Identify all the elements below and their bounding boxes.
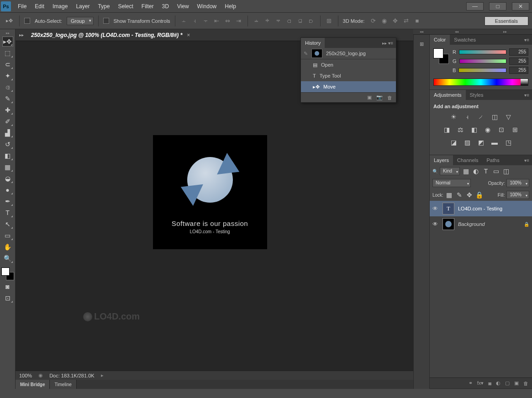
lock-transparency-icon[interactable]: ▦ <box>445 191 453 199</box>
gradient-tool[interactable]: ▦ <box>2 162 13 172</box>
link-layers-icon[interactable]: ⚭ <box>469 380 473 386</box>
exposure-icon[interactable]: ◫ <box>490 113 499 121</box>
toolbar-collapse-icon[interactable]: ▸▸ <box>6 31 10 35</box>
minimize-button[interactable]: — <box>466 2 484 10</box>
align-left-icon[interactable]: ⇤ <box>213 17 221 25</box>
new-layer-icon[interactable]: ▣ <box>514 380 519 386</box>
filter-pixel-icon[interactable]: ▦ <box>462 167 470 175</box>
adjustment-layer-icon[interactable]: ◐ <box>496 380 500 386</box>
clone-stamp-tool[interactable]: ▟ <box>2 128 13 138</box>
zoom-tool[interactable]: 🔍 <box>2 253 13 263</box>
type-tool[interactable]: T <box>2 208 13 218</box>
tab-paths[interactable]: Paths <box>483 155 504 165</box>
tab-timeline[interactable]: Timeline <box>50 380 76 389</box>
menu-select[interactable]: Select <box>114 0 137 13</box>
menu-edit[interactable]: Edit <box>31 0 48 13</box>
move-tool-icon[interactable]: ▸✥ <box>4 16 15 26</box>
3d-orbit-icon[interactable]: ⟳ <box>369 17 377 25</box>
panel-color-swatches[interactable] <box>433 48 449 64</box>
panel-fg-color-icon[interactable] <box>433 48 443 58</box>
g-slider[interactable] <box>459 59 506 63</box>
align-hcenter-icon[interactable]: ⇔ <box>224 17 232 25</box>
visibility-icon[interactable]: 👁 <box>432 221 439 227</box>
color-balance-icon[interactable]: ⚖ <box>456 126 464 134</box>
status-menu-icon[interactable]: ▸ <box>101 372 104 378</box>
tab-mini-bridge[interactable]: Mini Bridge <box>16 380 50 389</box>
gradient-map-icon[interactable]: ▬ <box>490 138 499 147</box>
panels-collapse-icon[interactable]: ◂◂ ▸▸ <box>430 29 532 35</box>
3d-pan-icon[interactable]: ✥ <box>391 17 399 25</box>
menu-file[interactable]: File <box>14 0 31 13</box>
tab-swatches[interactable]: Swatches <box>450 35 480 45</box>
auto-select-checkbox[interactable] <box>24 18 30 24</box>
color-spectrum[interactable] <box>433 79 528 86</box>
dist-top-icon[interactable]: ⫨ <box>253 17 261 25</box>
layer-filter-kind[interactable]: Kind <box>440 167 460 175</box>
auto-align-icon[interactable]: ⊞ <box>325 17 333 25</box>
path-selection-tool[interactable]: ↖ <box>2 219 13 229</box>
layer-thumbnail-icon[interactable] <box>442 218 454 230</box>
screen-mode-tool[interactable]: ⊡ <box>2 293 13 303</box>
brush-tool[interactable]: ✐ <box>2 116 13 126</box>
3d-slide-icon[interactable]: ⇄ <box>402 17 410 25</box>
magic-wand-tool[interactable]: ✦ <box>2 71 13 81</box>
tab-adjustments[interactable]: Adjustments <box>430 90 466 100</box>
posterize-icon[interactable]: ▨ <box>463 138 471 147</box>
dodge-tool[interactable]: ● <box>2 185 13 195</box>
auto-select-dropdown[interactable]: Group <box>67 17 94 25</box>
dist-vcenter-icon[interactable]: ⫩ <box>263 17 272 25</box>
levels-icon[interactable]: ⫞ <box>463 113 471 121</box>
move-tool[interactable]: ▸✥ <box>2 37 13 47</box>
3d-zoom-icon[interactable]: ■ <box>413 17 421 25</box>
dist-bottom-icon[interactable]: ⫧ <box>274 17 283 25</box>
history-state[interactable]: ▤ Open <box>301 59 396 70</box>
dist-right-icon[interactable]: ⫐ <box>307 17 316 25</box>
close-tab-icon[interactable]: × <box>187 32 190 38</box>
zoom-level[interactable]: 100% <box>19 373 32 378</box>
layer-group-icon[interactable]: ▢ <box>505 380 510 386</box>
lock-position-icon[interactable]: ✥ <box>465 191 474 199</box>
layer-row[interactable]: 👁 T LO4D.com - Testing <box>430 201 532 216</box>
r-slider[interactable] <box>459 50 506 54</box>
tab-layers[interactable]: Layers <box>430 155 453 165</box>
panel-menu-icon[interactable]: ▾≡ <box>521 158 532 163</box>
b-slider[interactable] <box>458 68 506 73</box>
align-top-icon[interactable]: ⫠ <box>180 17 188 25</box>
g-value[interactable]: 255 <box>509 58 528 65</box>
history-brush-source-icon[interactable]: ✎ <box>304 51 308 57</box>
align-bottom-icon[interactable]: ⫟ <box>202 17 210 25</box>
menu-image[interactable]: Image <box>48 0 72 13</box>
layer-name[interactable]: Background <box>458 221 485 227</box>
history-brush-tool[interactable]: ↺ <box>2 139 13 149</box>
menu-3d[interactable]: 3D <box>158 0 173 13</box>
photo-filter-icon[interactable]: ◉ <box>484 126 492 134</box>
curves-icon[interactable]: ⟋ <box>477 113 485 121</box>
menu-type[interactable]: Type <box>94 0 114 13</box>
layer-fx-icon[interactable]: fx▾ <box>477 380 484 386</box>
menu-layer[interactable]: Layer <box>72 0 94 13</box>
panel-menu-icon[interactable]: ▾≡ <box>521 93 532 98</box>
b-value[interactable]: 255 <box>509 67 528 74</box>
quick-mask-tool[interactable]: ◙ <box>2 282 13 292</box>
tab-history[interactable]: History <box>301 38 325 48</box>
hue-sat-icon[interactable]: ◨ <box>442 126 451 134</box>
bw-icon[interactable]: ◧ <box>470 126 478 134</box>
vibrance-icon[interactable]: ▽ <box>504 113 512 121</box>
history-state[interactable]: ▸✥ Move <box>301 81 396 92</box>
pen-tool[interactable]: ✒ <box>2 196 13 206</box>
tab-styles[interactable]: Styles <box>466 90 488 100</box>
show-transform-checkbox[interactable] <box>103 18 109 24</box>
color-lookup-icon[interactable]: ⊞ <box>511 126 519 134</box>
color-swatches[interactable] <box>1 267 14 280</box>
menu-view[interactable]: View <box>173 0 193 13</box>
menu-window[interactable]: Window <box>193 0 221 13</box>
panel-menu-icon[interactable]: ▾≡ <box>521 37 532 42</box>
delete-state-icon[interactable]: 🗑 <box>387 95 392 100</box>
strip-collapse-icon[interactable]: ◂◂ <box>413 29 430 35</box>
align-right-icon[interactable]: ⇥ <box>235 17 243 25</box>
maximize-button[interactable]: □ <box>489 2 506 10</box>
marquee-tool[interactable]: ⬚ <box>2 48 13 58</box>
eraser-tool[interactable]: ◧ <box>2 151 13 161</box>
visibility-icon[interactable]: 👁 <box>432 205 439 212</box>
history-state[interactable]: T Type Tool <box>301 70 396 81</box>
